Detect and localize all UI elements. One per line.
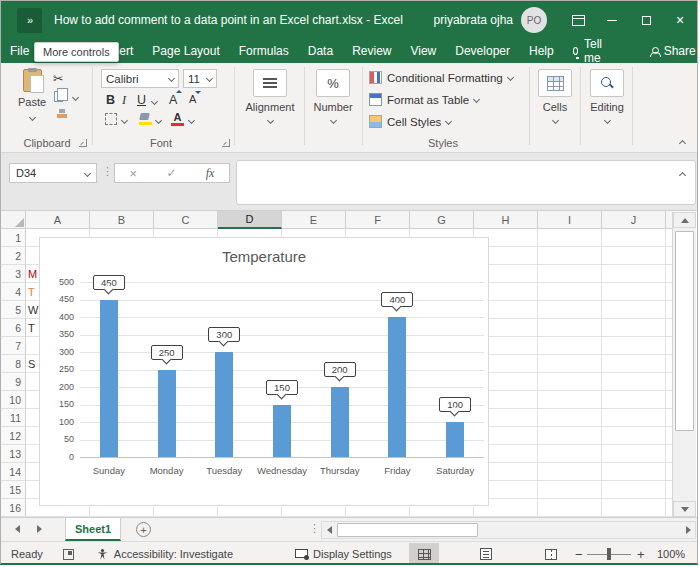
ribbon-tab-help[interactable]: Help xyxy=(529,44,554,58)
bar-sunday[interactable] xyxy=(100,300,118,458)
scroll-up-button[interactable] xyxy=(673,212,696,228)
font-color-dropdown-chevron-icon[interactable] xyxy=(188,117,195,124)
conditional-formatting-button[interactable]: Conditional Formatting xyxy=(369,71,513,84)
display-settings-button[interactable]: Display Settings xyxy=(313,548,392,560)
collapse-ribbon-chevron-icon[interactable] xyxy=(679,140,686,147)
column-header-i[interactable]: I xyxy=(538,211,602,229)
maximize-button[interactable] xyxy=(629,1,663,39)
row-header-15[interactable]: 15 xyxy=(1,481,26,499)
bar-saturday[interactable] xyxy=(446,422,464,457)
underline-dropdown-chevron-icon[interactable] xyxy=(151,98,158,105)
column-header-a[interactable]: A xyxy=(26,211,90,229)
font-dialog-launcher[interactable] xyxy=(222,139,230,147)
column-header-g[interactable]: G xyxy=(410,211,474,229)
fill-color-button[interactable] xyxy=(139,113,152,127)
fill-color-dropdown-chevron-icon[interactable] xyxy=(155,117,162,124)
next-sheet-button[interactable] xyxy=(37,525,42,533)
clipboard-dialog-launcher[interactable] xyxy=(79,139,87,147)
zoom-out-button[interactable]: − xyxy=(575,547,583,562)
column-header-e[interactable]: E xyxy=(282,211,346,229)
row-header-14[interactable]: 14 xyxy=(1,463,26,481)
quick-access-overflow-button[interactable]: » xyxy=(17,8,42,33)
zoom-in-button[interactable]: + xyxy=(637,547,645,562)
sheet-tab-sheet1[interactable]: Sheet1 xyxy=(65,518,121,541)
horizontal-scrollbar-thumb[interactable] xyxy=(337,523,478,537)
column-header-h[interactable]: H xyxy=(474,211,538,229)
previous-sheet-button[interactable] xyxy=(15,525,20,533)
enter-formula-button[interactable]: ✓ xyxy=(166,166,176,180)
name-box[interactable]: D34 xyxy=(9,163,97,183)
cell-styles-button[interactable]: Cell Styles xyxy=(369,115,451,128)
borders-button[interactable] xyxy=(105,113,117,127)
row-header-13[interactable]: 13 xyxy=(1,445,26,463)
row-header-12[interactable]: 12 xyxy=(1,427,26,445)
macro-record-icon[interactable] xyxy=(63,549,74,560)
cancel-formula-button[interactable]: × xyxy=(130,166,138,181)
normal-view-button[interactable] xyxy=(409,543,439,565)
scroll-left-button[interactable] xyxy=(322,522,336,538)
ribbon-tab-review[interactable]: Review xyxy=(352,44,391,58)
font-color-button[interactable]: A xyxy=(171,111,184,126)
new-sheet-button[interactable]: + xyxy=(136,522,151,537)
number-button[interactable]: % Number xyxy=(308,69,358,125)
row-header-1[interactable]: 1 xyxy=(1,229,26,247)
bar-tuesday[interactable] xyxy=(215,352,233,457)
account-user-name[interactable]: priyabrata ojha xyxy=(434,13,513,27)
zoom-level[interactable]: 100% xyxy=(657,548,685,560)
collapse-formula-bar-chevron-icon[interactable] xyxy=(679,172,686,179)
bar-friday[interactable] xyxy=(388,317,406,457)
vertical-scrollbar[interactable] xyxy=(672,212,696,517)
ribbon-tab-formulas[interactable]: Formulas xyxy=(239,44,289,58)
row-header-6[interactable]: 6 xyxy=(1,319,26,337)
row-header-2[interactable]: 2 xyxy=(1,247,26,265)
chart[interactable]: Temperature 0501001502002503003504004505… xyxy=(39,237,489,506)
user-avatar[interactable]: PO xyxy=(521,7,547,33)
column-header-c[interactable]: C xyxy=(154,211,218,229)
row-header-7[interactable]: 7 xyxy=(1,337,26,355)
ribbon-tab-view[interactable]: View xyxy=(410,44,436,58)
select-all-button[interactable] xyxy=(1,211,26,229)
formula-input[interactable] xyxy=(236,160,696,205)
insert-function-button[interactable]: fx xyxy=(206,166,215,181)
zoom-slider-thumb[interactable] xyxy=(607,548,611,560)
column-header-f[interactable]: F xyxy=(346,211,410,229)
copy-button[interactable] xyxy=(54,91,63,104)
italic-button[interactable]: I xyxy=(122,93,126,108)
bold-button[interactable]: B xyxy=(106,93,115,107)
tell-me-button[interactable]: Tell me xyxy=(573,37,605,65)
borders-dropdown-chevron-icon[interactable] xyxy=(121,117,128,124)
column-header-b[interactable]: B xyxy=(90,211,154,229)
row-header-9[interactable]: 9 xyxy=(1,373,26,391)
row-header-3[interactable]: 3 xyxy=(1,265,26,283)
editing-button[interactable]: Editing xyxy=(584,69,630,125)
horizontal-scrollbar[interactable] xyxy=(321,521,696,539)
ribbon-tab-developer[interactable]: Developer xyxy=(455,44,510,58)
grow-font-button[interactable]: A xyxy=(169,93,177,107)
scroll-right-button[interactable] xyxy=(681,522,695,538)
scroll-down-button[interactable] xyxy=(673,501,696,517)
alignment-button[interactable]: Alignment xyxy=(244,69,296,125)
bar-thursday[interactable] xyxy=(331,387,349,457)
column-header-d[interactable]: D xyxy=(218,211,282,229)
format-painter-button[interactable] xyxy=(56,109,68,121)
row-header-10[interactable]: 10 xyxy=(1,391,26,409)
shrink-font-button[interactable]: A xyxy=(189,93,196,105)
font-name-select[interactable]: Calibri xyxy=(101,69,179,88)
row-header-16[interactable]: 16 xyxy=(1,499,26,517)
chart-title[interactable]: Temperature xyxy=(40,248,488,265)
close-button[interactable]: × xyxy=(663,1,697,39)
font-size-select[interactable]: 11 xyxy=(183,69,217,88)
copy-dropdown-chevron-icon[interactable] xyxy=(72,94,79,101)
cut-button[interactable]: ✂ xyxy=(53,71,63,86)
minimize-button[interactable] xyxy=(595,1,629,39)
row-header-11[interactable]: 11 xyxy=(1,409,26,427)
bar-wednesday[interactable] xyxy=(273,405,291,458)
format-as-table-button[interactable]: Format as Table xyxy=(369,93,479,106)
underline-button[interactable]: U xyxy=(137,93,146,107)
accessibility-status[interactable]: Accessibility: Investigate xyxy=(114,548,233,560)
page-break-view-button[interactable] xyxy=(538,543,564,565)
share-button[interactable]: Share xyxy=(650,44,696,58)
column-header-j[interactable]: J xyxy=(602,211,666,229)
vertical-scrollbar-thumb[interactable] xyxy=(675,231,694,431)
paste-button[interactable]: Paste xyxy=(11,69,53,122)
